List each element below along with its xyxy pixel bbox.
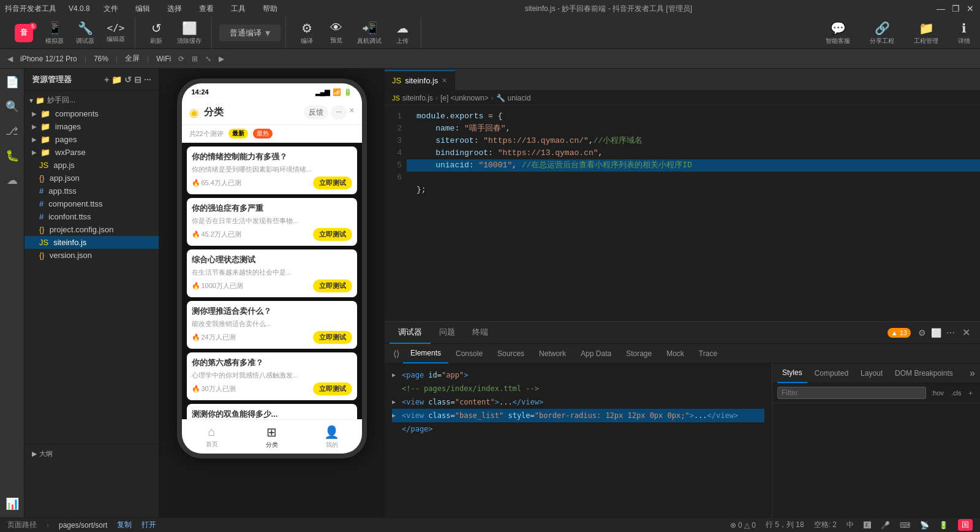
code-content[interactable]: module.exports = { name: "喵手回春", siteroo… <box>407 105 980 321</box>
inner-tab-app-data[interactable]: App Data <box>573 344 619 363</box>
start-test-button[interactable]: 立即测试 <box>313 279 352 292</box>
preview-button[interactable]: 👁 预览 <box>323 18 350 47</box>
devtools-tab-terminal[interactable]: 终端 <box>464 322 497 344</box>
root-folder[interactable]: ▾ 📁 妙手回... <box>24 93 159 107</box>
share-project-button[interactable]: 🔗 分享工程 <box>865 18 899 48</box>
dr-tab-more-icon[interactable]: » <box>970 368 975 379</box>
inner-tab-network[interactable]: Network <box>532 344 573 363</box>
folder-components[interactable]: ▶ 📁 components <box>24 107 159 120</box>
menu-select[interactable]: 选择 <box>164 2 186 15</box>
fullscreen-btn[interactable]: 全屏 <box>125 53 140 64</box>
activity-chart[interactable]: 📊 <box>1 493 23 515</box>
dr-tab-dom-breakpoints[interactable]: DOM Breakpoints <box>890 363 958 383</box>
dom-page-close-line[interactable]: </page> <box>392 422 764 436</box>
activity-git[interactable]: ⎇ <box>1 120 23 142</box>
inner-tab-console[interactable]: Console <box>448 344 490 363</box>
breadcrumb-symbol[interactable]: uniacid <box>508 94 531 102</box>
phone-hot-badge[interactable]: 最热 <box>253 129 273 139</box>
close-button[interactable]: ✕ <box>965 4 975 13</box>
compile-mode-button[interactable]: 普通编译 ▾ <box>219 25 281 41</box>
devtools-settings-icon[interactable]: ⚙ <box>916 328 929 338</box>
inner-tab-trace[interactable]: Trace <box>692 344 725 363</box>
menu-edit[interactable]: 编辑 <box>132 2 154 15</box>
dr-tab-computed[interactable]: Computed <box>810 363 853 383</box>
devtools-close-button[interactable]: ✕ <box>957 327 975 338</box>
close-phone-button[interactable]: × <box>349 105 354 120</box>
inner-tab-storage[interactable]: Storage <box>619 344 659 363</box>
activity-search[interactable]: 🔍 <box>1 96 23 118</box>
outline-header[interactable]: ▶ 大纲 <box>27 447 156 461</box>
devtools-expand-icon[interactable]: ⟨⟩ <box>390 349 403 359</box>
devtools-tab-issues[interactable]: 问题 <box>431 322 464 344</box>
folder-images[interactable]: ▶ 📁 images <box>24 120 159 133</box>
copy-path-button[interactable]: 复制 <box>117 520 132 530</box>
back-icon[interactable]: ◀ <box>7 55 13 63</box>
folder-pages[interactable]: ▶ 📁 pages <box>24 133 159 146</box>
tabbar-category[interactable]: ⊞ 分类 <box>242 420 302 454</box>
styles-filter-input[interactable] <box>777 387 926 399</box>
file-iconfont-ttss[interactable]: # iconfont.ttss <box>24 210 159 223</box>
refresh-explorer-icon[interactable]: ↺ <box>124 75 132 85</box>
restore-button[interactable]: ❐ <box>951 4 960 13</box>
menu-tools[interactable]: 工具 <box>227 2 249 15</box>
more-explorer-icon[interactable]: ··· <box>144 75 151 85</box>
rotate-icon[interactable]: ⟳ <box>178 55 184 63</box>
grid-icon[interactable]: ⊞ <box>192 55 198 63</box>
file-component-ttss[interactable]: # component.ttss <box>24 197 159 210</box>
tab-close-button[interactable]: ✕ <box>442 77 447 85</box>
inner-tab-elements[interactable]: Elements <box>403 344 448 363</box>
upload-button[interactable]: ☁ 上传 <box>389 18 416 48</box>
menu-help[interactable]: 帮助 <box>259 2 281 15</box>
compile-button[interactable]: ⚙ 编译 <box>293 18 320 48</box>
file-version-json[interactable]: {} version.json <box>24 249 159 262</box>
tab-siteinfo-js[interactable]: JS siteinfo.js ✕ <box>385 70 455 90</box>
devtools-maximize-icon[interactable]: ⬜ <box>929 328 944 338</box>
code-editor[interactable]: 1 2 3 4 5 6 module.exports = { name: "喵手… <box>385 105 980 321</box>
hov-button[interactable]: :hov <box>929 388 946 398</box>
refresh-button[interactable]: ↺ 刷新 <box>143 18 170 48</box>
inner-tab-mock[interactable]: Mock <box>659 344 692 363</box>
new-folder-icon[interactable]: 📁 <box>111 75 122 85</box>
real-debug-button[interactable]: 📲 真机调试 <box>352 18 386 48</box>
menu-view[interactable]: 查看 <box>195 2 217 15</box>
details-button[interactable]: ℹ 详情 <box>953 18 975 48</box>
dom-line[interactable]: ▶ <page id="app"> <box>392 368 764 382</box>
file-app-json[interactable]: {} app.json <box>24 172 159 184</box>
devtools-tab-debugger[interactable]: 调试器 <box>390 322 431 344</box>
dr-tab-styles[interactable]: Styles <box>777 363 807 383</box>
project-mgr-button[interactable]: 📁 工程管理 <box>909 18 943 48</box>
start-test-button[interactable]: 立即测试 <box>313 382 352 395</box>
start-test-button[interactable]: 立即测试 <box>313 331 352 344</box>
file-app-js[interactable]: JS app.js <box>24 159 159 172</box>
inner-tab-sources[interactable]: Sources <box>490 344 532 363</box>
cls-button[interactable]: .cls <box>949 388 964 398</box>
forward-icon[interactable]: ▶ <box>219 55 224 63</box>
tabbar-profile[interactable]: 👤 我的 <box>302 420 362 454</box>
menu-file[interactable]: 文件 <box>100 2 122 15</box>
add-style-button[interactable]: + <box>967 388 975 398</box>
dom-view-content-line[interactable]: ▶ <view class="content">...</view> <box>392 395 764 409</box>
phone-new-badge[interactable]: 最新 <box>228 129 248 139</box>
feedback-button[interactable]: 反馈 <box>304 105 328 120</box>
more-options-button[interactable]: ··· <box>331 105 347 120</box>
new-file-icon[interactable]: + <box>104 75 109 85</box>
activity-debug[interactable]: 🐛 <box>1 145 23 167</box>
devtools-more-icon[interactable]: ⋯ <box>944 328 957 338</box>
editor-button[interactable]: </> 编辑器 <box>102 20 130 46</box>
clear-cache-button[interactable]: ⬜ 清除缓存 <box>172 18 206 48</box>
file-app-ttss[interactable]: # app.ttss <box>24 184 159 197</box>
open-path-button[interactable]: 打开 <box>141 520 156 530</box>
collapse-all-icon[interactable]: ⊟ <box>134 75 141 85</box>
dom-comment-line[interactable]: <!-- pages/index/index.ttml --> <box>392 382 764 395</box>
dr-tab-layout[interactable]: Layout <box>856 363 888 383</box>
start-test-button[interactable]: 立即测试 <box>313 177 352 189</box>
start-test-button[interactable]: 立即测试 <box>313 228 352 241</box>
breadcrumb-unknown[interactable]: [e] <unknown> <box>440 94 489 102</box>
file-siteinfo-js[interactable]: JS siteinfo.js <box>24 236 159 249</box>
simulator-button[interactable]: 📱 模拟器 <box>40 18 69 48</box>
activity-files[interactable]: 📄 <box>1 71 23 93</box>
folder-wxparse[interactable]: ▶ 📁 wxParse <box>24 146 159 159</box>
file-project-config[interactable]: {} project.config.json <box>24 223 159 236</box>
expand-icon[interactable]: ⤡ <box>205 55 211 63</box>
activity-cloud[interactable]: ☁ <box>1 169 23 191</box>
